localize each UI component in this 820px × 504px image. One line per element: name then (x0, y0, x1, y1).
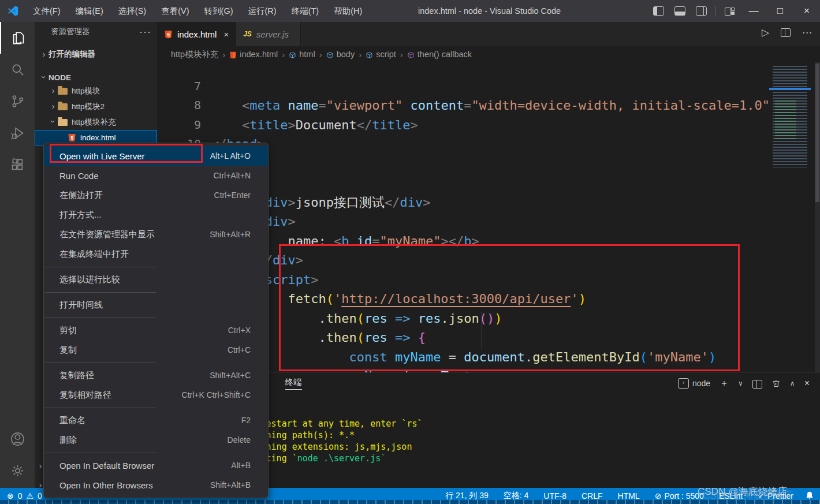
context-menu-item[interactable]: 复制相对路径 Ctrl+K Ctrl+Shift+C (44, 385, 268, 405)
menu-edit[interactable]: 编辑(E) (68, 0, 111, 22)
menu-terminal[interactable]: 终端(T) (284, 0, 327, 22)
errors-icon: ⊗ (7, 491, 14, 501)
terminal-dropdown-icon[interactable]: ∨ (738, 379, 743, 387)
context-menu-item[interactable] (44, 450, 268, 456)
context-menu-item[interactable]: 打开时间线 (44, 295, 268, 315)
context-menu-item[interactable] (44, 405, 268, 410)
context-menu-item[interactable]: 剪切 Ctrl+X (44, 320, 268, 340)
scrollbar-thumb[interactable] (815, 64, 819, 202)
menu-item-label: Open In Default Browser (59, 461, 231, 471)
close-button[interactable]: × (793, 0, 820, 22)
symbol-box-icon (289, 51, 296, 59)
eol-sequence[interactable]: CRLF (582, 491, 603, 501)
maximize-button[interactable]: □ (767, 0, 793, 22)
context-menu-item[interactable]: 删除 Delete (44, 430, 268, 450)
source-control-icon[interactable] (0, 85, 35, 117)
terminal-toolbar: › node ＋ ∨ ∧ × (678, 373, 810, 394)
split-editor-icon[interactable] (781, 28, 791, 37)
extensions-icon[interactable] (0, 149, 35, 181)
context-menu: Open with Live Server Alt+L Alt+O Run Co… (43, 143, 269, 498)
breadcrumb: http模块补充 › index.html › html › body › sc… (157, 46, 820, 62)
run-and-debug-icon[interactable] (0, 117, 35, 149)
context-menu-item[interactable]: 打开方式... (44, 205, 268, 225)
svg-text:5: 5 (167, 31, 170, 37)
customize-layout-icon[interactable] (725, 6, 735, 16)
open-editors-section[interactable]: › 打开的编辑器 (35, 47, 157, 61)
breadcrumb-folder[interactable]: http模块补充 (171, 49, 218, 60)
tab-terminal[interactable]: 终端 (285, 377, 302, 390)
menu-item-label: 在侧边打开 (59, 190, 214, 201)
breadcrumb-symbol-callback[interactable]: then() callback (418, 50, 472, 59)
tab-close-icon[interactable]: × (223, 29, 229, 39)
problems-status[interactable]: ⊗ 0 ⚠ 0 (0, 491, 42, 501)
explorer-icon[interactable] (0, 22, 35, 54)
accounts-icon[interactable] (0, 423, 35, 455)
context-menu-item[interactable] (44, 315, 268, 320)
toggle-secondary-sidebar-icon[interactable] (696, 6, 707, 16)
context-menu-item[interactable]: 复制路径 Shift+Alt+C (44, 365, 268, 385)
menu-item-label: 复制路径 (59, 370, 210, 381)
explorer-header: 资源管理器 ··· (35, 22, 157, 42)
minimize-button[interactable]: — (740, 0, 767, 22)
code-line: 7 <meta name="viewport" content="width=d… (157, 62, 820, 77)
menu-help[interactable]: 帮助(H) (326, 0, 370, 22)
context-menu-item[interactable]: Open In Other Browsers Shift+Alt+B (44, 475, 268, 495)
context-menu-item[interactable] (44, 360, 268, 365)
context-menu-item[interactable]: Open In Default Browser Alt+B (44, 456, 268, 475)
context-menu-item[interactable] (44, 264, 268, 270)
language-mode[interactable]: HTML (618, 491, 640, 501)
menu-file[interactable]: 文件(F) (25, 0, 68, 22)
context-menu-item[interactable]: 选择以进行比较 (44, 270, 268, 289)
menu-view[interactable]: 查看(V) (154, 0, 196, 22)
live-server-port[interactable]: ⊘ Port : 5500 (655, 491, 704, 501)
minimap[interactable] (769, 62, 813, 172)
workspace-root[interactable]: › NODE (35, 70, 157, 84)
breadcrumb-symbol-script[interactable]: script (376, 50, 396, 59)
context-menu-item[interactable]: 复制 Ctrl+C (44, 340, 268, 360)
editor-scrollbar[interactable] (815, 62, 820, 372)
tree-item-label: http模块 (72, 86, 100, 96)
breadcrumb-separator: › (282, 50, 285, 59)
tree-item-folder[interactable]: › http模块2 (35, 99, 157, 114)
tab-label: server.js (256, 29, 289, 39)
tree-item-folder[interactable]: › http模块 (35, 83, 157, 99)
file-tree: › http模块 › http模块2 › http模块补充 5 index.ht… (35, 83, 157, 145)
activity-bar (0, 22, 35, 488)
settings-gear-icon[interactable] (0, 455, 35, 487)
views-more-icon[interactable]: ··· (139, 26, 151, 38)
kill-terminal-icon[interactable] (771, 379, 781, 388)
menu-go[interactable]: 转到(G) (197, 0, 241, 22)
editor-more-actions-icon[interactable]: ⋯ (802, 27, 812, 39)
toggle-sidebar-icon[interactable] (653, 6, 664, 16)
breadcrumb-symbol-body[interactable]: body (337, 50, 355, 59)
context-menu-item[interactable]: Run Code Ctrl+Alt+N (44, 166, 268, 185)
menu-run[interactable]: 运行(R) (240, 0, 284, 22)
activity-bar-bottom (0, 423, 35, 487)
context-menu-item[interactable]: 重命名 F2 (44, 410, 268, 430)
context-menu-item[interactable]: 在文件资源管理器中显示 Shift+Alt+R (44, 225, 268, 244)
vscode-window: 文件(F) 编辑(E) 选择(S) 查看(V) 转到(G) 运行(R) 终端(T… (0, 0, 820, 504)
menu-item-shortcut: Ctrl+Alt+N (213, 171, 251, 180)
new-terminal-icon[interactable]: ＋ (720, 378, 729, 390)
code-line: 8 <title>Document</title> (157, 77, 820, 96)
search-icon[interactable] (0, 54, 35, 85)
context-menu-item[interactable] (44, 289, 268, 295)
context-menu-item[interactable]: 在侧边打开 Ctrl+Enter (44, 185, 268, 205)
context-menu-item[interactable]: 在集成终端中打开 (44, 244, 268, 264)
menu-selection[interactable]: 选择(S) (111, 0, 154, 22)
breadcrumb-file[interactable]: index.html (240, 50, 278, 59)
tab-server-js[interactable]: JS server.js (236, 22, 301, 46)
tree-item-folder-expanded[interactable]: › http模块补充 (35, 114, 157, 130)
minimap-highlight-line (769, 88, 811, 90)
close-panel-icon[interactable]: × (804, 378, 810, 389)
toggle-panel-icon[interactable] (674, 6, 685, 16)
tab-index-html[interactable]: 5 index.html × (157, 22, 236, 46)
split-terminal-icon[interactable] (752, 380, 762, 389)
menu-item-label: 删除 (59, 435, 228, 446)
maximize-panel-icon[interactable]: ∧ (790, 379, 795, 387)
run-file-icon[interactable]: ▷ (762, 27, 769, 39)
warnings-count: 0 (38, 491, 42, 501)
breadcrumb-symbol-html[interactable]: html (299, 50, 315, 59)
encoding[interactable]: UTF-8 (543, 491, 566, 501)
terminal-shell-chip[interactable]: › node (678, 378, 710, 389)
